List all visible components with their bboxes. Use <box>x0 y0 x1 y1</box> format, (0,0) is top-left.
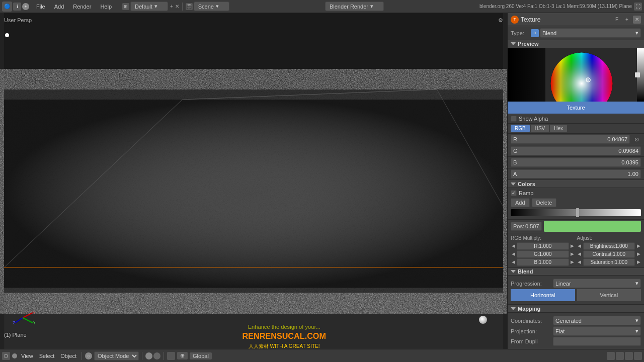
mode-dropdown[interactable]: Object Mode <box>94 351 139 360</box>
orientations-btn[interactable]: Global <box>190 352 212 359</box>
tab-hsv[interactable]: HSV <box>531 125 549 132</box>
svg-text:Enhance the design of your...: Enhance the design of your... <box>248 324 320 330</box>
saturation-right[interactable]: ▶ <box>636 259 641 264</box>
shading-btn2[interactable] <box>153 352 160 359</box>
ramp-bar[interactable] <box>511 209 641 216</box>
pos-left-btn[interactable]: Pos: 0.507 <box>511 222 542 231</box>
ramp-checkbox[interactable] <box>511 190 517 196</box>
show-alpha-row: Show Alpha <box>508 114 644 124</box>
texture-btn[interactable]: Texture <box>508 102 644 114</box>
color-mode-tabs: RGB HSV Hex <box>508 124 644 134</box>
viewport-sphere <box>479 316 487 324</box>
viewport-settings-icon[interactable]: ⚙ <box>498 17 503 24</box>
color-wheel-area[interactable] <box>543 51 621 102</box>
viewport[interactable]: User Persp <box>0 13 507 349</box>
mapping-section-header[interactable]: Mapping <box>508 305 644 313</box>
brightness-field[interactable]: Brightness:1.000 <box>583 242 635 250</box>
panel-btn2[interactable]: + <box>623 16 631 24</box>
select-menu-item[interactable]: Select <box>37 352 57 359</box>
type-field-area: B Blend▾ <box>531 28 641 38</box>
shading-btn1[interactable] <box>145 352 152 359</box>
view-menu-item[interactable]: View <box>19 352 35 359</box>
scene-dropdown[interactable]: Scene▾ <box>194 2 229 11</box>
blender-icon: 🔵 <box>2 2 12 12</box>
saturation-field[interactable]: Saturation:1.000 <box>583 258 635 266</box>
svg-text:X: X <box>33 310 35 315</box>
anim-btn[interactable] <box>616 352 624 360</box>
screen-layout-dropdown[interactable]: Default▾ <box>130 2 168 11</box>
projection-dropdown[interactable]: Flat ▾ <box>553 326 641 336</box>
svg-text:RENRENSUCAL.COM: RENRENSUCAL.COM <box>243 331 326 340</box>
contrast-left[interactable]: ◀ <box>577 251 582 256</box>
svg-line-13 <box>23 318 33 323</box>
r-multiply-field[interactable]: R:1.000 <box>517 242 569 250</box>
viewport-label: User Persp <box>4 17 32 23</box>
add-btn[interactable]: Add <box>511 198 530 207</box>
show-alpha-checkbox[interactable] <box>511 116 517 122</box>
tab-hex[interactable]: Hex <box>550 125 567 132</box>
r-left-arrow[interactable]: ◀ <box>511 243 516 248</box>
object-menu-item[interactable]: Object <box>58 352 78 359</box>
panel-icon: T <box>511 16 519 24</box>
preview-section-header[interactable]: Preview <box>508 40 644 48</box>
g-multiply-field[interactable]: G:1.000 <box>517 250 569 258</box>
bottom-separator <box>82 352 82 360</box>
projection-label: Projection: <box>511 328 551 334</box>
tab-rgb[interactable]: RGB <box>511 125 530 132</box>
colors-section: Ramp Add Delete <box>508 188 644 220</box>
delete-btn[interactable]: Delete <box>532 198 557 207</box>
r-right-arrow[interactable]: ▶ <box>570 243 575 248</box>
vertical-btn[interactable]: Vertical <box>577 289 641 301</box>
a-field[interactable]: A 1.00 <box>511 169 641 178</box>
pin-btn[interactable]: F <box>613 16 621 24</box>
g-right-arrow[interactable]: ▶ <box>570 251 575 256</box>
strip-handle[interactable] <box>635 72 640 77</box>
mode-icon: ○ <box>85 352 92 359</box>
coordinates-dropdown[interactable]: Generated ▾ <box>553 316 641 325</box>
timeline-btn[interactable] <box>607 352 615 360</box>
color-swatch[interactable] <box>544 221 641 232</box>
b-right-arrow[interactable]: ▶ <box>570 259 575 264</box>
projection-value: Flat <box>555 328 565 334</box>
pivot-btn[interactable]: ⊕ <box>177 352 188 359</box>
file-menu[interactable]: File <box>32 3 49 11</box>
engine-dropdown[interactable]: Blender Render▾ <box>325 2 384 11</box>
g-left-arrow[interactable]: ◀ <box>511 251 516 256</box>
eyedropper-btn[interactable]: ⊙ <box>632 135 641 144</box>
render-menu[interactable]: Render <box>69 3 95 11</box>
g-field[interactable]: G 0.09084 <box>511 146 641 155</box>
brightness-right[interactable]: ▶ <box>636 243 641 248</box>
colors-label: Colors <box>518 181 535 187</box>
brightness-left[interactable]: ◀ <box>577 243 582 248</box>
scene-btn[interactable] <box>634 352 642 360</box>
contrast-right[interactable]: ▶ <box>636 251 641 256</box>
progression-dropdown[interactable]: Linear ▾ <box>553 279 641 288</box>
texture-btn-row: Texture <box>508 102 644 114</box>
colors-triangle <box>511 183 516 186</box>
contrast-field[interactable]: Contrast:1.000 <box>583 250 635 258</box>
b-multiply-field[interactable]: B:1.000 <box>517 258 569 266</box>
type-dropdown[interactable]: Blend▾ <box>540 28 641 38</box>
scene-area: 🎬 Scene▾ <box>186 2 229 11</box>
mapping-section: Coordinates: Generated ▾ Projection: Fla… <box>508 313 644 349</box>
from-dupli-input[interactable] <box>553 337 641 346</box>
ramp-handle[interactable] <box>576 208 579 217</box>
plus-icon: + <box>170 4 173 9</box>
panel-close-btn[interactable]: ✕ <box>633 16 641 24</box>
saturation-left[interactable]: ◀ <box>577 259 582 264</box>
b-left-arrow[interactable]: ◀ <box>511 259 516 264</box>
pos-value: 0.507 <box>525 223 539 229</box>
progression-label: Progression: <box>511 281 551 287</box>
snap-btn[interactable] <box>167 352 175 360</box>
horizontal-btn[interactable]: Horizontal <box>511 289 575 301</box>
render-btn[interactable] <box>625 352 633 360</box>
colors-section-header[interactable]: Colors <box>508 180 644 188</box>
maximize-btn[interactable]: ⛶ <box>634 3 642 11</box>
b-field[interactable]: B 0.0395 <box>511 158 641 167</box>
blend-section-header[interactable]: Blend <box>508 268 644 276</box>
add-menu[interactable]: Add <box>50 3 68 11</box>
r-field[interactable]: R 0.04867 <box>511 135 630 144</box>
help-menu[interactable]: Help <box>96 3 116 11</box>
adjust-header: Adjust: <box>577 234 641 242</box>
adjust-col: Adjust: ◀ Brightness:1.000 ▶ ◀ Contrast:… <box>577 234 641 266</box>
